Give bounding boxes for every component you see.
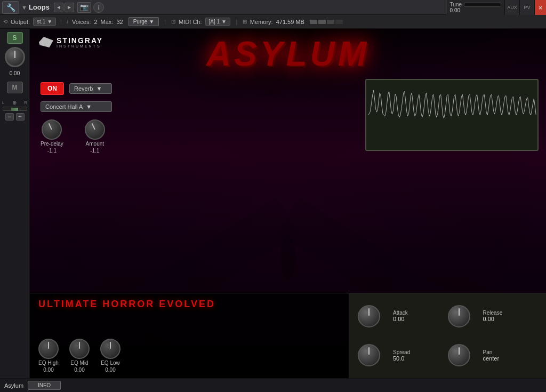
pv-label: PV	[519, 0, 534, 15]
m-button[interactable]: M	[7, 82, 23, 93]
nav-prev-button[interactable]: ◄	[54, 3, 63, 12]
pre-delay-label: Pre-delay	[41, 141, 63, 147]
pan-value: center	[483, 355, 538, 362]
brand-name: STINGRAY	[57, 37, 103, 44]
eq-high-group: EQ High 0.00	[38, 339, 59, 373]
eq-low-group: EQ Low 0.00	[100, 339, 121, 373]
stingray-logo: STINGRAY INSTRUMENTS	[37, 36, 103, 48]
eq-mid-label: EQ Mid	[70, 360, 88, 366]
output-icon: ⟲	[3, 19, 7, 25]
attack-knob[interactable]	[358, 305, 380, 327]
attack-info: Attack 0.00	[390, 310, 448, 322]
memory-value: 471.59 MB	[276, 19, 304, 25]
spread-label: Spread	[393, 349, 448, 355]
voices-label: Voices:	[72, 19, 91, 25]
footer-info-button[interactable]: INFO	[28, 381, 61, 390]
l-label: L	[2, 100, 4, 105]
lr-minus-button[interactable]: −	[5, 113, 14, 121]
tune-slider-bar[interactable]	[464, 3, 501, 7]
loops-label: Loops	[29, 3, 50, 11]
dropdown-arrow: ▼	[21, 4, 27, 11]
amount-label: Amount	[86, 141, 104, 147]
concert-hall-dropdown[interactable]: Concert Hall A ▼	[41, 101, 112, 112]
output-label: Output:	[11, 19, 30, 25]
release-label: Release	[483, 310, 538, 316]
spread-knob[interactable]	[358, 344, 380, 366]
midi-label: MIDI Ch:	[179, 19, 202, 25]
memory-icon: ⊞	[243, 19, 247, 25]
pre-delay-group: Pre-delay -1.1	[41, 119, 63, 154]
svg-point-10	[284, 234, 292, 245]
info-button[interactable]: i	[93, 2, 104, 13]
spread-value: 50.0	[393, 355, 448, 362]
amount-group: Amount -1.1	[85, 119, 105, 154]
eq-mid-value: 0.00	[74, 367, 84, 373]
brand-sub: INSTRUMENTS	[57, 44, 103, 48]
release-info: Release 0.00	[480, 310, 538, 322]
svg-rect-11	[368, 80, 536, 150]
lr-icon: ⊕	[5, 100, 23, 106]
asylum-title: ASYLUM	[206, 34, 370, 74]
eq-mid-group: EQ Mid 0.00	[69, 339, 90, 373]
output-dropdown[interactable]: st.1 ▼	[33, 18, 56, 26]
eq-low-label: EQ Low	[101, 360, 120, 366]
pre-delay-value: -1.1	[47, 148, 57, 154]
stingray-icon	[37, 36, 53, 48]
attack-label: Attack	[393, 310, 448, 316]
tune-label: Tune	[450, 2, 462, 7]
reverb-type-dropdown[interactable]: Reverb ▼	[69, 83, 112, 94]
close-button[interactable]: ×	[534, 0, 546, 15]
tune-knob[interactable]	[5, 47, 25, 67]
voices-value: 2	[94, 19, 97, 25]
wrench-icon[interactable]: 🔧	[2, 1, 19, 14]
pre-delay-knob[interactable]	[42, 119, 62, 140]
midi-icon: ⊡	[171, 19, 175, 25]
release-knob[interactable]	[448, 305, 470, 327]
pan-info: Pan center	[480, 349, 538, 362]
amount-value: -1.1	[90, 148, 99, 154]
camera-button[interactable]: 📷	[77, 2, 91, 13]
memory-bar	[310, 20, 343, 24]
tune-area: Tune 0.00	[446, 0, 504, 15]
tune-value: 0.00	[450, 7, 501, 13]
purge-button[interactable]: Purge ▼	[129, 17, 159, 26]
lr-plus-button[interactable]: +	[16, 113, 25, 121]
midi-dropdown[interactable]: [A] 1 ▼	[205, 18, 230, 26]
on-button[interactable]: ON	[41, 82, 64, 95]
eq-high-value: 0.00	[43, 367, 53, 373]
lr-slider[interactable]	[3, 107, 27, 111]
voices-icon: ♪	[66, 19, 69, 25]
r-label: R	[24, 100, 27, 105]
amount-knob[interactable]	[85, 119, 105, 140]
nav-next-button[interactable]: ►	[65, 3, 74, 12]
memory-label: Memory:	[250, 19, 273, 25]
eq-high-label: EQ High	[38, 360, 59, 366]
eq-low-knob[interactable]	[100, 339, 121, 359]
release-value: 0.00	[483, 316, 538, 322]
attack-value: 0.00	[393, 316, 448, 322]
footer-instrument-name: Asylum	[4, 382, 23, 389]
max-value: 32	[116, 19, 123, 25]
s-button[interactable]: S	[7, 32, 23, 44]
max-label: Max:	[101, 19, 114, 25]
eq-low-value: 0.00	[105, 367, 115, 373]
waveform-display	[365, 79, 539, 151]
pan-knob[interactable]	[448, 344, 470, 366]
eq-mid-knob[interactable]	[69, 339, 90, 359]
pan-label: Pan	[483, 349, 538, 355]
horror-text: ULTIMATE HORROR EVOLVED	[38, 299, 340, 310]
tune-value-display: 0.00	[10, 70, 20, 76]
aux-label: AUX	[504, 0, 519, 15]
spread-info: Spread 50.0	[390, 349, 448, 362]
eq-high-knob[interactable]	[38, 339, 59, 359]
